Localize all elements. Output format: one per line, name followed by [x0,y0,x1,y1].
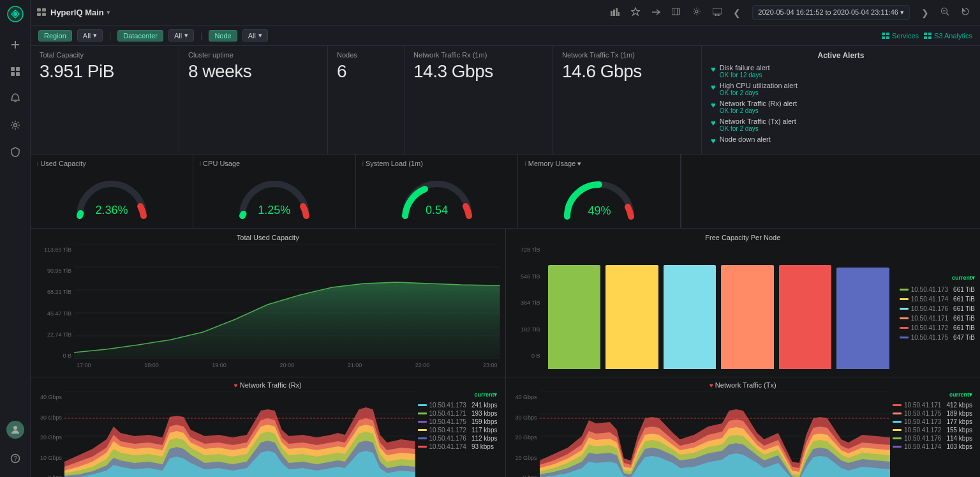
gauge-memory-usage-chart: 49% [554,172,644,223]
charts-middle-row: Total Used Capacity 113.69 TiB 90.95 TiB… [31,229,980,377]
share-btn[interactable] [648,5,664,20]
tx-y-axis: 40 Gbps 30 Gbps 20 Gbps 10 Gbps 0 bps [511,391,540,477]
sidebar-item-dashboard[interactable] [4,60,27,83]
legend-item-3: 10.50.41.171661 TiB [900,315,975,322]
gauge-used-capacity-label: i Used Capacity [37,160,86,167]
svg-rect-36 [886,36,889,39]
gauge-cpu-usage-chart: 1.25% [230,171,319,222]
alert-name: Node down alert [720,135,771,143]
rx-legend-0: 10.50.41.173241 kbps [418,402,498,409]
gauge-system-load-chart: 0.54 [392,171,482,222]
settings-btn[interactable] [688,4,705,20]
gauge-cpu-value: 1.25% [258,204,290,217]
svg-rect-24 [677,8,678,15]
svg-rect-19 [616,8,618,16]
tx-legend-3: 10.50.41.172155 kbps [893,427,972,434]
metric-cluster-uptime: Cluster uptime 8 weeks [179,46,328,154]
rx-legend-2: 10.50.41.175159 kbps [418,418,498,425]
metric-network-rx-value: 14.3 Gbps [413,61,544,82]
alert-name: Network Traffic (Rx) alert [720,100,797,107]
alert-heart-icon: ♥ [711,82,716,92]
rx-legend: current▾ 10.50.41.173241 kbps 10.50.41.1… [415,391,500,477]
alert-status: OK for 2 days [720,89,798,96]
sidebar-item-alerts[interactable] [4,87,27,110]
alert-heart-icon: ♥ [711,100,716,110]
bar-1 [605,265,658,369]
datacenter-filter[interactable]: Datacenter [117,30,163,42]
svg-rect-7 [16,72,20,76]
services-btn[interactable]: Services [882,32,919,40]
region-filter[interactable]: Region [38,30,72,42]
svg-rect-40 [928,36,932,39]
bar-4 [779,265,832,369]
tx-stacked-svg [540,391,891,477]
alert-item: ♥ Network Traffic (Rx) alert OK for 2 da… [711,100,971,114]
svg-rect-17 [611,11,612,16]
svg-rect-37 [924,33,927,35]
active-alerts-panel: Active Alerts ♥ Disk failure alert OK fo… [702,46,980,154]
logo-icon [6,5,24,23]
alert-heart-icon: ♥ [711,64,716,74]
topbar-menu-icon[interactable]: ▾ [107,8,110,17]
traffic-rx-panel: ♥ Network Traffic (Rx) 40 Gbps 30 Gbps 2… [31,377,506,477]
metric-cluster-uptime-value: 8 weeks [188,61,318,82]
star-btn[interactable] [627,4,644,20]
gauge-used-capacity-chart: 2.36% [67,171,156,222]
svg-rect-26 [713,8,722,14]
node-filter[interactable]: Node [209,30,237,42]
gauge-system-load: i System Load (1m) 0.54 [356,155,519,228]
bar-3 [721,265,774,369]
svg-rect-4 [11,67,15,71]
nav-prev-btn[interactable]: ❮ [729,5,745,20]
monitor-btn[interactable] [709,5,725,20]
svg-point-9 [13,124,17,127]
panels-btn[interactable] [668,5,685,20]
metric-network-tx: Network Traffic Tx (1m) 14.6 Gbps [553,46,702,154]
region-dropdown[interactable]: All ▾ [77,29,103,42]
metric-network-rx-label: Network Traffic Rx (1m) [413,51,544,59]
rx-current-badge: current▾ [418,391,498,398]
sidebar-item-settings[interactable] [4,114,27,137]
info-icon: i [37,160,38,167]
user-avatar[interactable] [6,421,24,439]
current-badge: current▾ [900,275,975,281]
svg-line-32 [947,13,949,16]
time-range-display[interactable]: 2020-05-04 16:21:52 to 2020-05-04 23:11:… [752,5,910,20]
capacity-line-svg [74,244,500,359]
refresh-btn[interactable] [957,4,974,20]
heart-rx-icon: ♥ [234,382,238,389]
nav-next-btn[interactable]: ❯ [917,5,933,20]
datacenter-dropdown[interactable]: All ▾ [168,29,194,42]
gauge-system-load-label: i System Load (1m) [362,160,423,167]
zoom-out-btn[interactable] [937,4,953,20]
traffic-tx-panel: ♥ Network Traffic (Tx) 40 Gbps 30 Gbps 2… [506,377,981,477]
svg-text:?: ? [13,455,17,462]
svg-rect-14 [42,8,46,11]
traffic-charts-row: ♥ Network Traffic (Rx) 40 Gbps 30 Gbps 2… [31,377,980,477]
rx-legend-1: 10.50.41.171193 kbps [418,410,498,417]
tx-legend: current▾ 10.50.41.171412 kbps 10.50.41.1… [890,391,975,477]
svg-rect-39 [924,36,927,39]
sidebar-item-security[interactable] [4,140,27,163]
svg-rect-23 [674,8,674,15]
capacity-x-axis: 17:0018:0019:0020:0021:0022:0023:00 [74,361,500,368]
gauge-system-load-value: 0.54 [426,204,448,217]
node-dropdown[interactable]: All ▾ [242,29,268,42]
topbar-icons: ❮ 2020-05-04 16:21:52 to 2020-05-04 23:1… [607,4,974,20]
filter-actions: Services S3 Analytics [882,32,972,40]
sidebar-item-help[interactable]: ? [4,447,27,470]
rx-legend-3: 10.50.41.172117 kbps [418,427,498,434]
tx-chart-area: 17:0018:0019:0020:0021:0022:0023:00 [540,391,891,477]
svg-rect-35 [882,36,885,39]
rx-stacked-svg [64,391,415,477]
legend-item-5: 10.50.41.175647 TiB [900,334,975,341]
metric-network-tx-value: 14.6 Gbps [562,61,692,82]
svg-rect-18 [613,10,615,16]
tx-legend-1: 10.50.41.175189 kbps [893,410,972,417]
chart-type-btn[interactable] [607,5,623,20]
free-capacity-panel: Free Capacity Per Node 728 TiB 546 TiB 3… [506,229,981,377]
legend-item-1: 10.50.41.174661 TiB [900,296,975,303]
total-used-capacity-title: Total Used Capacity [36,234,500,241]
analytics-btn[interactable]: S3 Analytics [924,32,972,40]
sidebar-item-add[interactable] [4,33,27,56]
